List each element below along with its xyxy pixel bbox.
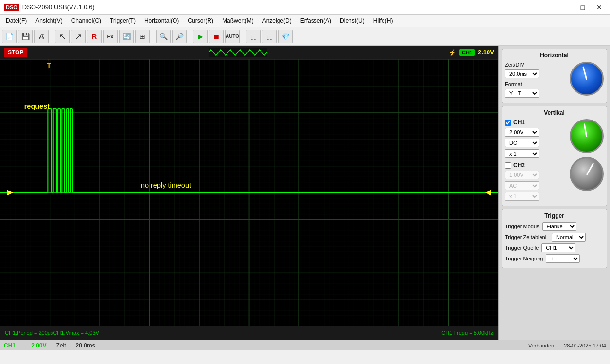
ch1-coupling-select[interactable]: DC AC GND bbox=[505, 139, 539, 147]
wave-indicator bbox=[31, 48, 444, 57]
ch1-checkbox[interactable] bbox=[505, 120, 511, 126]
vmax-measurement: CH1:Vmax = 4.03V bbox=[53, 330, 99, 336]
horizontal-title: Horizontal bbox=[505, 52, 604, 59]
menu-masswert[interactable]: Maßwert(M) bbox=[218, 17, 258, 25]
right-panel: Horizontal Zeit/DIV 20.0ms 10.0ms 5.0ms … bbox=[498, 46, 610, 340]
app-title: DSO-2090 USB(V7.1.0.6) bbox=[22, 3, 95, 11]
ch1-vertical-knob[interactable] bbox=[570, 119, 604, 153]
ch2-knob-indicator bbox=[586, 163, 594, 175]
gem-button[interactable]: 💎 bbox=[278, 30, 293, 43]
scope-measurements-bar: CH1:Period = 200us CH1:Vmax = 4.03V CH1:… bbox=[0, 326, 498, 340]
ch2-probe-select[interactable]: x 1 bbox=[505, 192, 539, 201]
toolbar-sep-1 bbox=[52, 30, 52, 43]
trigger-zeitablenl-label: Trigger Zeitablenl bbox=[505, 234, 549, 240]
menu-anzeige[interactable]: Anzeige(D) bbox=[259, 17, 296, 25]
main-layout: STOP ⚡ CH1 2.10V bbox=[0, 46, 610, 340]
vertikal-section: Vertikal CH1 2.00V 1.00V 500mV bbox=[502, 106, 607, 206]
ch2-checkbox[interactable] bbox=[505, 162, 511, 169]
title-bar: DSO DSO-2090 USB(V7.1.0.6) — □ ✕ bbox=[0, 0, 610, 15]
menu-ansicht[interactable]: Ansicht(V) bbox=[32, 17, 66, 25]
ch1-voltage-select[interactable]: 2.00V 1.00V 500mV bbox=[505, 128, 539, 137]
ch1-status: CH1 ─── 2.00V bbox=[4, 342, 47, 349]
menu-trigger[interactable]: Trigger(T) bbox=[106, 17, 139, 25]
auto-button[interactable]: AUTO bbox=[225, 30, 240, 43]
bottom-status-bar: CH1 ─── 2.00V Zeit 20.0ms Verbunden 28-0… bbox=[0, 340, 610, 350]
zeit-div-select[interactable]: 20.0ms 10.0ms 5.0ms 2.0ms 1.0ms bbox=[505, 69, 539, 78]
maximize-button[interactable]: □ bbox=[577, 2, 589, 12]
trigger-neigung-label: Trigger Neigung bbox=[505, 256, 543, 261]
ch2-label[interactable]: CH2 bbox=[513, 162, 525, 169]
ch2-coupling-select[interactable]: AC DC bbox=[505, 181, 539, 190]
trigger-section: Trigger Trigger Modus Flanke Pegel Trigg… bbox=[502, 209, 607, 268]
save-button[interactable]: 💾 bbox=[18, 30, 33, 43]
knob-indicator bbox=[582, 67, 587, 80]
zeit-bar-value: 20.0ms bbox=[76, 342, 96, 349]
new-button[interactable]: 📄 bbox=[2, 30, 17, 43]
toolbar-sep-3 bbox=[190, 30, 190, 43]
format-label: Format bbox=[505, 81, 534, 87]
menu-hilfe[interactable]: Hilfe(H) bbox=[369, 17, 397, 25]
stop-button[interactable]: ⏹ bbox=[209, 30, 224, 43]
connection-status: Verbunden bbox=[528, 343, 554, 348]
grid-button[interactable]: ⊞ bbox=[135, 30, 150, 43]
format-select[interactable]: Y - T X - Y bbox=[505, 89, 539, 98]
ch1-knob-indicator bbox=[584, 123, 588, 137]
menu-datei[interactable]: Datei(F) bbox=[2, 17, 31, 25]
vertikal-title: Vertikal bbox=[505, 109, 604, 116]
ch2-voltage-select[interactable]: 1.00V bbox=[505, 171, 539, 179]
menu-dienst[interactable]: Dienst(U) bbox=[336, 17, 368, 25]
single-button[interactable]: ⬚ bbox=[246, 30, 261, 43]
menu-bar: Datei(F) Ansicht(V) Channel(C) Trigger(T… bbox=[0, 15, 610, 27]
menu-channel[interactable]: Channel(C) bbox=[68, 17, 105, 25]
ch1-checkbox-row: CH1 bbox=[505, 119, 567, 126]
scope-area: STOP ⚡ CH1 2.10V bbox=[0, 46, 498, 340]
cursor-cross-button[interactable]: ↗ bbox=[71, 30, 86, 43]
close-button[interactable]: ✕ bbox=[593, 2, 606, 12]
toolbar-sep-4 bbox=[243, 30, 243, 43]
trigger-quelle-label: Trigger Quelle bbox=[505, 245, 539, 251]
toolbar-sep-2 bbox=[153, 30, 153, 43]
freq-measurement: CH1:Frequ = 5.00kHz bbox=[441, 330, 493, 336]
zeit-bar-label: Zeit bbox=[56, 342, 66, 349]
scope-waveform-svg: request no reply timeout T bbox=[0, 59, 498, 326]
menu-cursor[interactable]: Cursor(R) bbox=[184, 17, 217, 25]
trigger-modus-select[interactable]: Flanke Pegel bbox=[542, 222, 576, 231]
zeit-div-label: Zeit/DIV bbox=[505, 62, 534, 68]
zoom-out-button[interactable]: 🔎 bbox=[172, 30, 187, 43]
trigger-neigung-select[interactable]: + - bbox=[546, 254, 580, 263]
ref-button[interactable]: R bbox=[87, 30, 102, 43]
trigger-arrow-icon: ⚡ bbox=[448, 49, 456, 56]
menu-erfassen[interactable]: Erfassen(A) bbox=[296, 17, 335, 25]
trigger-zeitablenl-select[interactable]: Normal Auto Single bbox=[552, 233, 586, 242]
stop-status-button[interactable]: STOP bbox=[4, 48, 27, 57]
period-measurement: CH1:Period = 200us bbox=[5, 330, 53, 336]
refresh-button[interactable]: 🔄 bbox=[119, 30, 134, 43]
menu-horizontal[interactable]: Horizontal(O) bbox=[140, 17, 183, 25]
ch2-checkbox-row: CH2 bbox=[505, 162, 567, 169]
scope-canvas[interactable]: request no reply timeout T bbox=[0, 59, 498, 326]
horizontal-section: Horizontal Zeit/DIV 20.0ms 10.0ms 5.0ms … bbox=[502, 49, 607, 103]
voltage-display: 2.10V bbox=[478, 49, 494, 56]
run-button[interactable]: ▶ bbox=[193, 30, 208, 43]
print-button[interactable]: 🖨 bbox=[34, 30, 49, 43]
svg-text:no reply   timeout: no reply timeout bbox=[141, 181, 191, 189]
cursor-normal-button[interactable]: ↖ bbox=[55, 30, 70, 43]
zoom-in-button[interactable]: 🔍 bbox=[156, 30, 171, 43]
trigger-title: Trigger bbox=[505, 212, 604, 219]
minimize-button[interactable]: — bbox=[558, 2, 573, 12]
mini-waveform bbox=[209, 48, 267, 57]
trigger-quelle-select[interactable]: CH1 CH2 EXT bbox=[541, 243, 575, 252]
trigger-modus-label: Trigger Modus bbox=[505, 224, 540, 229]
svg-text:request: request bbox=[24, 103, 50, 110]
ch2-vertical-knob[interactable] bbox=[570, 157, 604, 191]
horizontal-knob-container bbox=[570, 62, 604, 96]
ch1-badge: CH1 bbox=[459, 49, 475, 56]
datetime-display: 28-01-2025 17:04 bbox=[564, 343, 606, 348]
ch1-probe-select[interactable]: x 1 x 10 x 100 bbox=[505, 149, 539, 158]
ch1-label[interactable]: CH1 bbox=[513, 119, 525, 126]
fft-button[interactable]: Fx bbox=[103, 30, 118, 43]
app-logo: DSO bbox=[4, 4, 19, 11]
horizontal-knob[interactable] bbox=[570, 62, 604, 96]
scope-status-bar: STOP ⚡ CH1 2.10V bbox=[0, 46, 498, 59]
multi-button[interactable]: ⬚ bbox=[262, 30, 277, 43]
